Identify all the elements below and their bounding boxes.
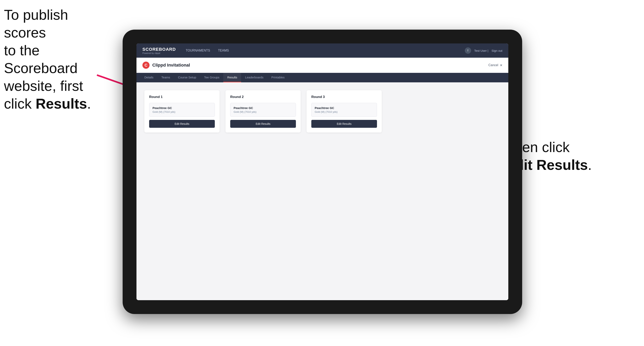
- user-label: Test User |: [474, 49, 488, 52]
- round-1-course-name: Peachtree GC: [152, 106, 212, 110]
- instruction-line-2: to the Scoreboard: [4, 42, 78, 76]
- tournament-icon: C: [142, 62, 150, 69]
- tab-leaderboards[interactable]: Leaderboards: [241, 73, 268, 82]
- round-1-course-card: Peachtree GC Gold (M) (7010 yds): [149, 103, 215, 117]
- rounds-grid: Round 1 Peachtree GC Gold (M) (7010 yds)…: [144, 90, 500, 133]
- sign-out-link[interactable]: Sign out: [492, 49, 502, 52]
- round-2-course-details: Gold (M) (7010 yds): [234, 110, 292, 113]
- main-content: Round 1 Peachtree GC Gold (M) (7010 yds)…: [136, 82, 508, 300]
- tournament-title-row: C Clippd Invitational: [142, 62, 190, 69]
- cancel-button[interactable]: Cancel ✕: [488, 63, 502, 67]
- top-nav-right: T Test User | Sign out: [465, 47, 502, 54]
- instruction-left: To publish scores to the Scoreboard webs…: [4, 6, 103, 113]
- round-3-title: Round 3: [311, 95, 377, 99]
- tab-teams[interactable]: Teams: [158, 73, 174, 82]
- tournament-header: C Clippd Invitational Cancel ✕: [136, 58, 508, 73]
- tab-bar: Details Teams Course Setup Tee Groups Re…: [136, 73, 508, 82]
- edit-results-button-1[interactable]: Edit Results: [149, 120, 215, 128]
- tab-course-setup[interactable]: Course Setup: [174, 73, 200, 82]
- tournament-name: Clippd Invitational: [152, 63, 190, 68]
- round-1-title: Round 1: [149, 95, 215, 99]
- nav-teams[interactable]: TEAMS: [218, 49, 229, 52]
- logo-title: SCOREBOARD: [142, 47, 176, 52]
- round-3-course-details: Gold (M) (7010 yds): [315, 110, 374, 113]
- top-nav-links: TOURNAMENTS TEAMS: [186, 49, 465, 52]
- instruction-line-4: click Results.: [4, 96, 91, 112]
- edit-results-button-2[interactable]: Edit Results: [230, 120, 296, 128]
- user-avatar: T: [465, 47, 471, 54]
- round-1-card: Round 1 Peachtree GC Gold (M) (7010 yds)…: [144, 90, 220, 133]
- tab-printables[interactable]: Printables: [268, 73, 288, 82]
- round-2-title: Round 2: [230, 95, 296, 99]
- instruction-line-3: website, first: [4, 78, 83, 94]
- tablet-screen: SCOREBOARD Powered by clippd TOURNAMENTS…: [136, 43, 508, 300]
- tablet-device: SCOREBOARD Powered by clippd TOURNAMENTS…: [123, 30, 522, 314]
- round-2-course-name: Peachtree GC: [234, 106, 292, 110]
- round-3-course-name: Peachtree GC: [315, 106, 374, 110]
- nav-tournaments[interactable]: TOURNAMENTS: [186, 49, 210, 52]
- round-3-card: Round 3 Peachtree GC Gold (M) (7010 yds)…: [306, 90, 382, 133]
- round-2-course-card: Peachtree GC Gold (M) (7010 yds): [230, 103, 296, 117]
- logo-subtitle: Powered by clippd: [142, 52, 176, 54]
- round-3-course-card: Peachtree GC Gold (M) (7010 yds): [311, 103, 377, 117]
- tab-tee-groups[interactable]: Tee Groups: [200, 73, 224, 82]
- tab-results[interactable]: Results: [223, 73, 241, 82]
- scoreboard-logo: SCOREBOARD Powered by clippd: [142, 47, 176, 54]
- round-1-course-details: Gold (M) (7010 yds): [152, 110, 212, 113]
- round-2-card: Round 2 Peachtree GC Gold (M) (7010 yds)…: [226, 90, 301, 133]
- edit-results-button-3[interactable]: Edit Results: [311, 120, 377, 128]
- instruction-line-1: To publish scores: [4, 7, 68, 40]
- top-nav: SCOREBOARD Powered by clippd TOURNAMENTS…: [136, 43, 508, 58]
- tab-details[interactable]: Details: [140, 73, 158, 82]
